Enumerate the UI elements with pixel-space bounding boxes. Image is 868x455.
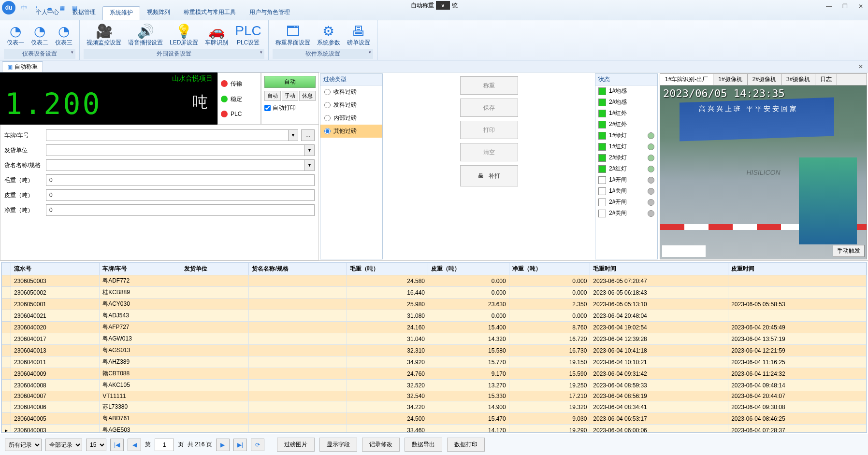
col-header[interactable]: 货名名称/规格	[249, 263, 347, 275]
form-input-shipper[interactable]	[46, 144, 305, 156]
menu-0[interactable]: 个人中心	[29, 6, 66, 20]
table-row[interactable]: 2306050002桂KCB88916.4400.0000.0002023-06…	[2, 287, 867, 299]
col-header[interactable]: 发货单位	[181, 263, 249, 275]
weigh-button[interactable]: 称重	[460, 76, 518, 95]
table-row[interactable]: 2306040007VT1111132.54015.33017.2102023-…	[2, 391, 867, 401]
ribbon-meter3[interactable]: ◔仪表三	[52, 22, 75, 48]
page-prev[interactable]: ◀	[128, 439, 141, 451]
clear-button[interactable]: 清空	[460, 143, 518, 161]
menu-5[interactable]: 用户与角色管理	[243, 6, 297, 20]
ribbon-meter1[interactable]: ◔仪表一	[4, 22, 27, 48]
tab-weighing[interactable]: ▣ 自动称重	[2, 61, 43, 72]
footer-btn-0[interactable]: 过磅图片	[277, 438, 315, 452]
ribbon-ticket-cfg[interactable]: 🖶磅单设置	[344, 22, 373, 48]
status-dot-icon[interactable]	[648, 132, 654, 139]
col-header[interactable]: 皮重时间	[728, 263, 867, 275]
window-maximize[interactable]: ❐	[839, 2, 851, 11]
manual-trigger-button[interactable]: 手动触发	[833, 245, 865, 257]
form-input-gross[interactable]	[46, 174, 315, 186]
records-table[interactable]: 流水号车牌/车号发货单位货名名称/规格毛重（吨）皮重（吨）净重（吨）毛重时间皮重…	[1, 262, 867, 433]
form-input-plate[interactable]	[46, 129, 289, 141]
filter-internal[interactable]: 内部过磅	[320, 112, 382, 125]
window-minimize[interactable]: —	[823, 2, 835, 11]
col-header[interactable]: 皮重（吨）	[428, 263, 509, 275]
form-dropdown-shipper[interactable]: ▼	[305, 144, 315, 156]
ribbon-voice-cfg[interactable]: 🔊语音播报设置	[125, 22, 166, 48]
print-button[interactable]: 打印	[460, 121, 518, 139]
ribbon-ui-cfg[interactable]: 🗔称重界面设置	[273, 22, 313, 48]
table-row[interactable]: 2306040017粤AGW01331.04014.32016.7202023-…	[2, 333, 867, 345]
camera-tab-0[interactable]: 1#车牌识别-出厂	[660, 74, 713, 85]
col-header[interactable]: 毛重（吨）	[347, 263, 428, 275]
supplement-button[interactable]: 🖶 补打	[460, 165, 518, 186]
table-row[interactable]: 2306040011粤AHZ38934.92015.77019.1502023-…	[2, 356, 867, 368]
mode-btn-1[interactable]: 手动	[282, 91, 298, 101]
page-refresh[interactable]: ⟳	[251, 439, 264, 451]
table-row[interactable]: 2306040006苏L7338034.22014.90019.3202023-…	[2, 401, 867, 413]
menu-1[interactable]: 数据管理	[66, 6, 102, 20]
col-header[interactable]: 流水号	[11, 263, 100, 275]
window-close[interactable]: ✕	[855, 2, 866, 11]
footer-btn-2[interactable]: 记录修改	[362, 438, 400, 452]
col-header[interactable]: 净重（吨）	[509, 263, 590, 275]
ribbon-led-cfg[interactable]: 💡LED屏设置	[167, 22, 201, 48]
menu-3[interactable]: 视频阵列	[140, 6, 177, 20]
form-dropdown-plate[interactable]: ▼	[289, 129, 298, 141]
table-row[interactable]: 2306040009赣CBT08824.7609.17015.5902023-0…	[2, 368, 867, 380]
footer-btn-4[interactable]: 数据打印	[447, 438, 485, 452]
form-input-net[interactable]	[46, 204, 315, 216]
ribbon-sys-param[interactable]: ⚙系统参数	[314, 22, 343, 48]
table-row[interactable]: 2306040008粤AKC10532.52013.27019.2502023-…	[2, 380, 867, 391]
filter-receive[interactable]: 收料过磅	[320, 85, 382, 99]
table-row[interactable]: ▸2306040003粤AGE50333.46014.17019.2902023…	[2, 425, 867, 433]
status-dot-icon[interactable]	[648, 166, 654, 172]
status-dot-icon[interactable]	[648, 199, 654, 206]
form-input-tare[interactable]	[46, 189, 315, 201]
tabstrip-close-icon[interactable]: ✕	[858, 63, 863, 70]
status-dot-icon[interactable]	[648, 177, 654, 184]
page-last[interactable]: ▶|	[233, 439, 247, 451]
form-input-goods[interactable]	[46, 159, 305, 171]
page-input[interactable]	[155, 439, 174, 451]
camera-tab-1[interactable]: 1#摄像机	[713, 74, 747, 85]
status-dot-icon[interactable]	[648, 155, 654, 161]
status-dot-icon[interactable]	[648, 188, 654, 195]
app-title-dropdown[interactable]: ∨	[436, 1, 450, 10]
mode-btn-2[interactable]: 休息	[299, 91, 316, 101]
camera-tab-4[interactable]: 日志	[815, 74, 837, 85]
filter-other[interactable]: 其他过磅	[320, 125, 382, 138]
status-dot-icon[interactable]	[648, 210, 654, 217]
col-header[interactable]: 毛重时间	[590, 263, 728, 275]
mode-btn-0[interactable]: 自动	[264, 91, 281, 101]
table-row[interactable]: 2306040021粤ADJ54331.0800.0000.0002023-06…	[2, 310, 867, 322]
table-row[interactable]: 2306040020粤AFP72724.16015.4008.7602023-0…	[2, 322, 867, 333]
pagesize-select[interactable]: 15	[86, 439, 106, 451]
col-header[interactable]: 车牌/车号	[100, 263, 181, 275]
camera-tab-3[interactable]: 3#摄像机	[781, 74, 815, 85]
filter-send[interactable]: 发料过磅	[320, 99, 382, 112]
footer-btn-1[interactable]: 显示字段	[319, 438, 357, 452]
table-row[interactable]: 2306040005粤ABD76124.50015.4709.0302023-0…	[2, 413, 867, 425]
menu-2[interactable]: 系统维护	[102, 6, 140, 20]
filter1-select[interactable]: 所有记录	[5, 439, 42, 451]
form-dropdown-goods[interactable]: ▼	[305, 159, 315, 171]
save-button[interactable]: 保存	[460, 99, 518, 117]
camera-tab-2[interactable]: 2#摄像机	[748, 74, 781, 85]
autoprint-check[interactable]: 自动打印	[264, 104, 316, 112]
status-dot-icon[interactable]	[648, 143, 654, 150]
ribbon-video-cfg[interactable]: 🎥视频监控设置	[84, 22, 124, 48]
table-row[interactable]: 2306050003粤ADF77224.5800.0000.0002023-06…	[2, 275, 867, 287]
lang-icon[interactable]: 中	[19, 3, 29, 13]
ribbon-plate-cfg[interactable]: 🚗车牌识别	[202, 22, 231, 48]
footer-btn-3[interactable]: 数据导出	[405, 438, 442, 452]
menu-4[interactable]: 称重模式与常用工具	[177, 6, 243, 20]
ribbon-meter2[interactable]: ◔仪表二	[28, 22, 51, 48]
page-next[interactable]: ▶	[216, 439, 230, 451]
table-row[interactable]: 2306040013粤AGS01332.31015.58016.7302023-…	[2, 345, 867, 356]
ribbon-plc-cfg[interactable]: PLCPLC设置	[232, 22, 264, 48]
page-first[interactable]: |◀	[110, 439, 124, 451]
form-browse-plate[interactable]: ...	[301, 129, 315, 141]
filter2-select[interactable]: 全部记录	[45, 439, 82, 451]
autoprint-checkbox[interactable]	[264, 105, 271, 111]
table-row[interactable]: 2306050001粤ACY03025.98023.6302.3502023-0…	[2, 299, 867, 310]
